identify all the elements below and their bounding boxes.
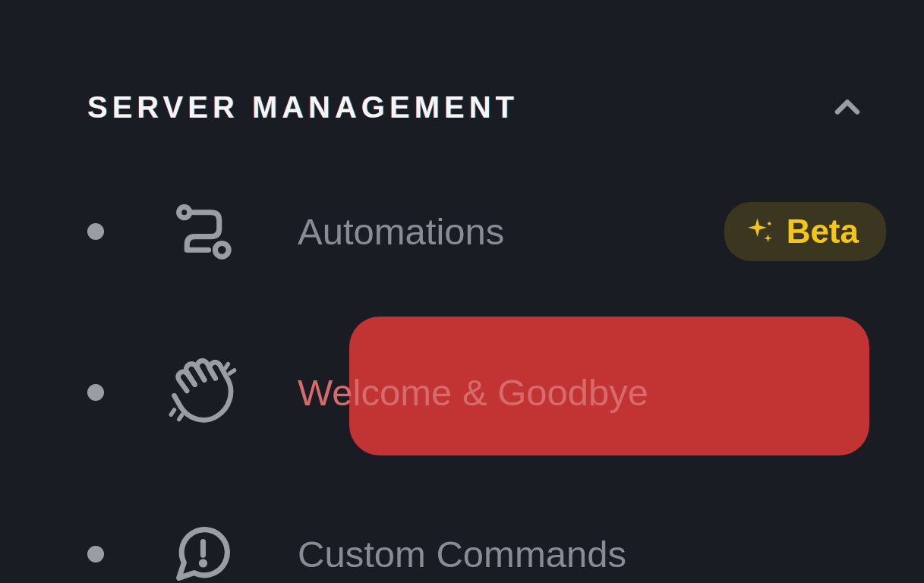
svg-point-2 [768,222,771,225]
svg-point-4 [201,562,204,565]
wave-icon [165,355,241,430]
bullet-icon [87,384,104,401]
server-management-section: SERVER MANAGEMENT Automations [0,0,924,583]
nav-item-label: Welcome & Goodbye [298,371,648,414]
bullet-icon [87,223,104,240]
beta-badge: Beta [724,202,886,261]
custom-commands-icon [165,522,241,583]
bullet-icon [87,546,104,563]
nav-item-label: Custom Commands [298,533,626,575]
nav-item-automations[interactable]: Automations Beta [87,199,894,263]
badge-text: Beta [787,213,859,251]
nav-list: Automations Beta [87,199,894,583]
nav-item-welcome-goodbye[interactable]: Welcome & Goodbye [87,355,894,430]
chevron-up-icon[interactable] [828,87,867,127]
svg-point-1 [215,243,229,257]
automations-icon [165,199,241,263]
sparkle-icon [744,216,776,247]
section-header[interactable]: SERVER MANAGEMENT [87,87,894,127]
nav-item-label: Automations [298,210,504,253]
section-title: SERVER MANAGEMENT [87,90,519,124]
nav-item-custom-commands[interactable]: Custom Commands [87,522,894,583]
